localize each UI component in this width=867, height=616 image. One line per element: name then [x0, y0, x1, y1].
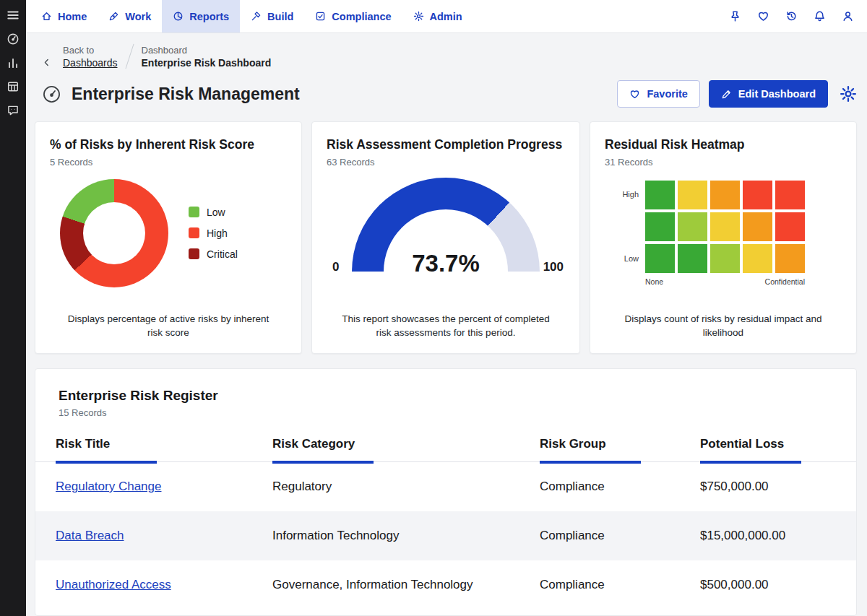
breadcrumb-current: Dashboard Enterprise Risk Dashboard: [142, 45, 272, 69]
gear-icon: [413, 11, 424, 22]
main-area: Home Work Reports Build Compliance Admin: [26, 0, 867, 616]
heatmap-card-records: 31 Records: [605, 157, 842, 168]
chat-button[interactable]: [7, 104, 20, 117]
chevron-left-icon: [42, 58, 51, 67]
heatmap-cell[interactable]: [645, 212, 675, 241]
heatmap-x-right-label: Confidential: [765, 277, 805, 286]
donut-chart[interactable]: [60, 179, 168, 287]
reports-rail-button[interactable]: [7, 56, 20, 69]
nav-home-label: Home: [58, 11, 87, 22]
column-header-risk-group[interactable]: Risk Group: [540, 437, 700, 451]
risk-link[interactable]: Data Breach: [56, 529, 124, 542]
back-button[interactable]: [42, 58, 51, 67]
heatmap-cell[interactable]: [678, 244, 707, 273]
edit-dashboard-label: Edit Dashboard: [738, 88, 816, 100]
nav-compliance[interactable]: Compliance: [304, 0, 402, 32]
heatmap-cell[interactable]: [775, 181, 805, 209]
dashboard-button[interactable]: [7, 32, 20, 45]
gauge-chart[interactable]: 0 100 73.7%: [327, 178, 565, 273]
dashboard-gauge-icon: [42, 84, 61, 104]
hammer-icon: [251, 11, 262, 22]
donut-card-caption: Displays percentage of active risks by i…: [50, 313, 287, 340]
heatmap-cell[interactable]: [710, 244, 740, 273]
risk-group-cell: Compliance: [540, 480, 700, 494]
history-button[interactable]: [785, 10, 798, 22]
column-header-risk-category[interactable]: Risk Category: [272, 437, 540, 451]
heatmap-cell[interactable]: [743, 181, 772, 209]
nav-home[interactable]: Home: [30, 0, 98, 32]
legend-label-low: Low: [207, 207, 225, 218]
breadcrumb-back: Back to Dashboards: [63, 45, 118, 69]
risk-register-card: Enterprise Risk Register 15 Records Risk…: [35, 368, 857, 616]
risk-link[interactable]: Regulatory Change: [56, 480, 161, 493]
nav-reports[interactable]: Reports: [162, 0, 240, 32]
data-grid-button[interactable]: [7, 80, 20, 93]
column-accent-bar: [272, 461, 374, 464]
potential-loss-cell: $15,000,000.00: [700, 529, 836, 543]
column-header-potential-loss[interactable]: Potential Loss: [700, 437, 836, 451]
nav-work[interactable]: Work: [98, 0, 162, 32]
heatmap-body: High Low: [616, 181, 842, 273]
heatmap-cell[interactable]: [645, 181, 675, 209]
heatmap-grid: [645, 181, 805, 273]
donut-area: Low High Critical: [60, 179, 284, 287]
risk-link[interactable]: Unauthorized Access: [56, 578, 171, 591]
risk-title-cell: Data Breach: [56, 529, 272, 543]
current-page-label: Enterprise Risk Dashboard: [142, 57, 272, 69]
heatmap-y-bottom-label: Low: [616, 254, 639, 263]
favorite-button[interactable]: Favorite: [617, 80, 699, 108]
potential-loss-cell: $750,000.00: [700, 480, 836, 494]
notifications-button[interactable]: [814, 10, 826, 22]
heatmap-card-caption: Displays count of risks by residual impa…: [605, 313, 842, 340]
heatmap-cell[interactable]: [678, 181, 707, 209]
legend-swatch-low: [189, 207, 199, 217]
chat-icon: [7, 104, 20, 117]
heatmap-cell[interactable]: [775, 212, 805, 241]
edit-dashboard-button[interactable]: Edit Dashboard: [709, 80, 828, 108]
section-label: Dashboard: [142, 45, 272, 56]
legend-item-high: High: [189, 227, 238, 239]
table-row: Regulatory Change Regulatory Compliance …: [35, 462, 856, 511]
column-accent-bar: [540, 461, 641, 464]
risk-group-cell: Compliance: [540, 529, 700, 543]
top-navigation: Home Work Reports Build Compliance Admin: [26, 0, 867, 33]
heatmap-cell[interactable]: [743, 212, 772, 241]
nav-build[interactable]: Build: [240, 0, 304, 32]
donut-card-records: 5 Records: [50, 157, 287, 168]
menu-button[interactable]: [7, 9, 20, 22]
legend-label-high: High: [207, 227, 228, 239]
heatmap-y-top-label: High: [616, 190, 639, 199]
heatmap-cell[interactable]: [678, 212, 707, 241]
nav-compliance-label: Compliance: [332, 11, 391, 22]
risk-category-cell: Regulatory: [272, 480, 540, 494]
table-body: Regulatory Change Regulatory Compliance …: [56, 462, 836, 610]
heatmap-cell[interactable]: [710, 212, 740, 241]
gauge-card-title: Risk Assessment Completion Progress: [327, 136, 565, 153]
page-header: Enterprise Risk Management Favorite Edit…: [42, 78, 857, 110]
pin-button[interactable]: [729, 10, 741, 22]
bell-icon: [814, 10, 826, 22]
heatmap-cell[interactable]: [775, 244, 805, 273]
dashboards-link[interactable]: Dashboards: [63, 57, 118, 69]
heatmap-cell[interactable]: [645, 244, 675, 273]
gauge-logo-icon: [7, 32, 20, 45]
heatmap-cell[interactable]: [710, 181, 740, 209]
heatmap-cell[interactable]: [743, 244, 772, 273]
user-profile-button[interactable]: [842, 10, 854, 22]
dashboard-settings-button[interactable]: [840, 85, 857, 103]
nav-admin[interactable]: Admin: [402, 0, 473, 32]
table-records: 15 Records: [59, 407, 836, 418]
column-header-risk-title[interactable]: Risk Title: [56, 437, 272, 451]
home-icon: [41, 11, 52, 22]
favorites-button[interactable]: [757, 10, 769, 22]
risk-title-cell: Unauthorized Access: [56, 578, 272, 592]
nav-build-label: Build: [267, 11, 293, 22]
donut-card-title: % of Risks by Inherent Risk Score: [50, 136, 287, 153]
legend-item-low: Low: [189, 207, 238, 218]
page-title: Enterprise Risk Management: [72, 84, 300, 104]
table-title: Enterprise Risk Register: [59, 388, 836, 404]
column-accent-bar: [700, 461, 801, 464]
nav-admin-label: Admin: [430, 11, 462, 22]
check-square-icon: [315, 11, 326, 22]
widget-row: % of Risks by Inherent Risk Score 5 Reco…: [35, 121, 857, 354]
